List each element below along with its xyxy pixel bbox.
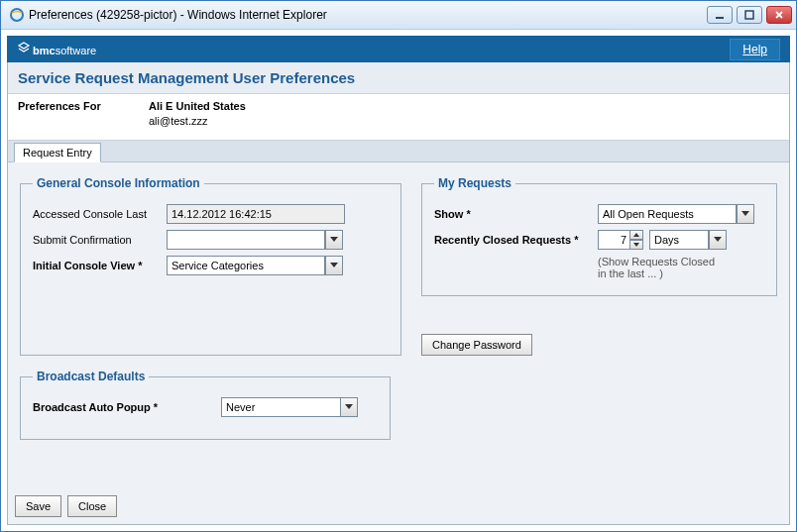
minimize-button[interactable] bbox=[707, 6, 733, 24]
broadcast-legend: Broadcast Defaults bbox=[33, 370, 149, 383]
gci-legend: General Console Information bbox=[33, 176, 204, 190]
help-button[interactable]: Help bbox=[730, 39, 780, 60]
show-dropdown[interactable] bbox=[737, 204, 754, 224]
accessed-console-last-value: 14.12.2012 16:42:15 bbox=[167, 204, 345, 224]
tab-request-entry[interactable]: Request Entry bbox=[14, 143, 101, 162]
close-window-button[interactable] bbox=[766, 6, 792, 24]
recently-closed-hint: (Show Requests Closed in the last ... ) bbox=[598, 256, 764, 279]
bmc-logo-icon bbox=[17, 42, 31, 57]
general-console-information: General Console Information Accessed Con… bbox=[20, 176, 401, 356]
svg-rect-1 bbox=[716, 17, 724, 19]
broadcast-auto-popup-label: Broadcast Auto Popup * bbox=[33, 401, 221, 413]
preferences-for: Preferences For Ali E United States ali@… bbox=[8, 94, 789, 141]
submit-confirmation-dropdown[interactable] bbox=[325, 230, 343, 250]
recently-closed-value[interactable] bbox=[598, 230, 629, 250]
recently-closed-unit-dropdown[interactable] bbox=[709, 230, 727, 250]
close-button[interactable]: Close bbox=[67, 495, 117, 517]
window-title: Preferences (429258-pictor) - Windows In… bbox=[29, 8, 703, 22]
initial-console-view-label: Initial Console View * bbox=[33, 260, 167, 271]
my-requests: My Requests Show * Recently Closed Reque… bbox=[421, 176, 777, 296]
recently-closed-label: Recently Closed Requests * bbox=[434, 234, 598, 246]
tab-content: General Console Information Accessed Con… bbox=[8, 162, 789, 454]
broadcast-auto-popup-input[interactable] bbox=[221, 397, 340, 417]
titlebar: Preferences (429258-pictor) - Windows In… bbox=[1, 1, 796, 30]
recently-closed-up[interactable] bbox=[629, 230, 643, 240]
tab-row: Request Entry bbox=[8, 141, 789, 162]
preferences-for-email: ali@test.zzz bbox=[149, 115, 207, 127]
maximize-button[interactable] bbox=[737, 6, 762, 24]
show-input[interactable] bbox=[598, 204, 737, 224]
broadcast-defaults: Broadcast Defaults Broadcast Auto Popup … bbox=[20, 370, 391, 440]
ie-icon bbox=[9, 7, 25, 23]
my-requests-legend: My Requests bbox=[434, 176, 515, 190]
recently-closed-spinner[interactable] bbox=[598, 230, 643, 250]
client-area: bmcsoftware Help Service Request Managem… bbox=[1, 30, 796, 531]
brand-label: bmcsoftware bbox=[33, 42, 96, 57]
action-bar: Save Close bbox=[15, 495, 117, 517]
accessed-console-last-label: Accessed Console Last bbox=[33, 208, 167, 220]
submit-confirmation-label: Submit Confirmation bbox=[33, 234, 167, 246]
initial-console-view-dropdown[interactable] bbox=[325, 256, 343, 275]
svg-rect-2 bbox=[745, 11, 753, 19]
recently-closed-unit[interactable] bbox=[649, 230, 709, 250]
page-title: Service Request Management User Preferen… bbox=[8, 62, 789, 94]
broadcast-auto-popup-dropdown[interactable] bbox=[340, 397, 358, 417]
save-button[interactable]: Save bbox=[15, 495, 61, 517]
main-panel: Service Request Management User Preferen… bbox=[7, 62, 790, 525]
recently-closed-down[interactable] bbox=[629, 240, 643, 250]
preferences-for-label: Preferences For bbox=[18, 100, 149, 112]
change-password-button[interactable]: Change Password bbox=[421, 334, 532, 356]
bmc-bar: bmcsoftware Help bbox=[7, 36, 790, 62]
show-label: Show * bbox=[434, 208, 598, 220]
preferences-for-name: Ali E United States bbox=[149, 100, 246, 112]
window: Preferences (429258-pictor) - Windows In… bbox=[0, 0, 797, 532]
initial-console-view-input[interactable] bbox=[167, 256, 325, 275]
submit-confirmation-input[interactable] bbox=[167, 230, 325, 250]
